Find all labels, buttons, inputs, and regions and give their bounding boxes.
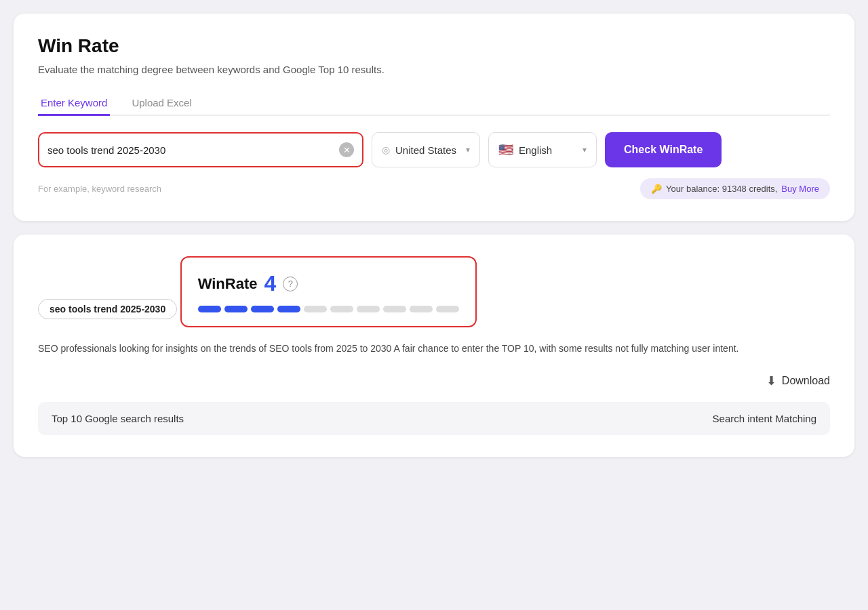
search-row: ✕ ◎ United States ▾ 🇺🇸 English ▾ Check W… (38, 132, 830, 167)
progress-bar-segment-7 (357, 306, 380, 312)
page-subtitle: Evaluate the matching degree between key… (38, 64, 830, 75)
country-select[interactable]: ◎ United States ▾ (372, 132, 480, 167)
description-text: SEO professionals looking for insights o… (38, 341, 830, 357)
clear-button[interactable]: ✕ (339, 142, 354, 157)
winrate-label: WinRate (198, 275, 258, 293)
buy-more-link[interactable]: Buy More (781, 184, 819, 194)
country-label: United States (395, 144, 460, 156)
tab-enter-keyword[interactable]: Enter Keyword (38, 92, 110, 116)
keyword-input-wrapper: ✕ (38, 132, 363, 167)
download-row: ⬇ Download (38, 373, 830, 388)
winrate-box: WinRate 4 ? (180, 256, 477, 327)
download-button[interactable]: ⬇ Download (766, 373, 830, 388)
language-select[interactable]: 🇺🇸 English ▾ (488, 132, 597, 167)
key-emoji: 🔑 (651, 184, 662, 194)
balance-text: Your balance: 91348 credits, (666, 184, 777, 194)
location-icon: ◎ (382, 144, 390, 155)
progress-bar-row (198, 306, 459, 312)
table-col1-header: Top 10 Google search results (52, 413, 184, 424)
winrate-title-row: WinRate 4 ? (198, 271, 459, 296)
help-icon[interactable]: ? (283, 277, 298, 291)
check-winrate-button[interactable]: Check WinRate (605, 132, 722, 167)
table-header-row: Top 10 Google search results Search inte… (38, 402, 830, 435)
download-label: Download (782, 375, 830, 387)
bottom-row: For example, keyword research 🔑 Your bal… (38, 178, 830, 199)
progress-bar-segment-8 (383, 306, 406, 312)
winrate-score: 4 (264, 271, 276, 296)
progress-bar-segment-6 (330, 306, 353, 312)
progress-bar-segment-2 (224, 306, 248, 312)
keyword-tag: seo tools trend 2025-2030 (38, 299, 177, 319)
country-chevron-icon: ▾ (466, 145, 470, 155)
language-chevron-icon: ▾ (583, 145, 587, 155)
top-card: Win Rate Evaluate the matching degree be… (14, 14, 854, 221)
progress-bar-segment-1 (198, 306, 221, 312)
progress-bar-segment-3 (251, 306, 274, 312)
tab-bar: Enter Keyword Upload Excel (38, 92, 830, 116)
example-text: For example, keyword research (38, 184, 161, 194)
tab-upload-excel[interactable]: Upload Excel (129, 92, 194, 116)
language-flag: 🇺🇸 (498, 142, 513, 157)
language-label: English (519, 144, 577, 156)
progress-bar-segment-4 (277, 306, 300, 312)
progress-bar-segment-10 (436, 306, 459, 312)
results-card: seo tools trend 2025-2030 WinRate 4 ? SE… (14, 235, 854, 457)
progress-bar-segment-9 (410, 306, 433, 312)
table-col2-header: Search intent Matching (713, 413, 816, 424)
keyword-input[interactable] (47, 144, 339, 156)
download-icon: ⬇ (766, 373, 776, 388)
page-title: Win Rate (38, 35, 830, 57)
progress-bar-segment-5 (304, 306, 327, 312)
balance-badge: 🔑 Your balance: 91348 credits, Buy More (640, 178, 830, 199)
